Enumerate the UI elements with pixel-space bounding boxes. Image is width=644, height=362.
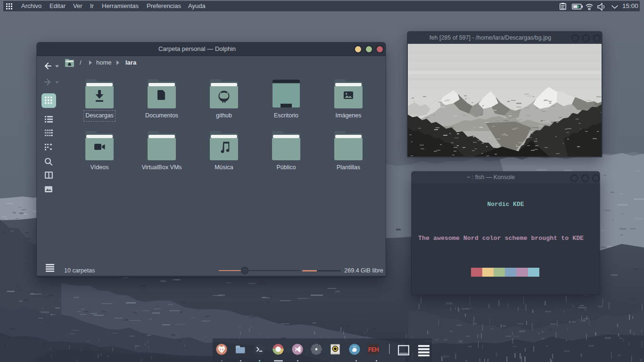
svg-text:FEH: FEH	[368, 346, 379, 353]
